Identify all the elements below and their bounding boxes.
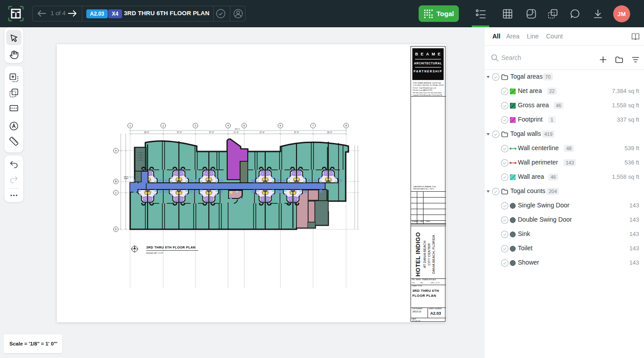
svg-text:37'-0": 37'-0" bbox=[294, 131, 299, 134]
svg-text:C: C bbox=[115, 191, 117, 194]
svg-text:B: B bbox=[115, 180, 117, 183]
svg-text:D: D bbox=[115, 228, 117, 231]
svg-text:SHAFT: SHAFT bbox=[124, 178, 129, 180]
svg-text:SCALE 1/8" = 1'-0": SCALE 1/8" = 1'-0" bbox=[146, 252, 163, 254]
svg-text:27'-0": 27'-0" bbox=[259, 131, 265, 134]
svg-text:3RD THRU 6TH FLOOR PLAN: 3RD THRU 6TH FLOOR PLAN bbox=[146, 245, 195, 249]
svg-text:37'-0": 37'-0" bbox=[209, 131, 214, 134]
svg-text:17'-0": 17'-0" bbox=[233, 131, 239, 134]
svg-text:A: A bbox=[115, 149, 117, 152]
svg-text:37'-0": 37'-0" bbox=[177, 131, 182, 134]
svg-text:36'-0": 36'-0" bbox=[327, 131, 332, 134]
svg-text:36'-0": 36'-0" bbox=[144, 131, 149, 134]
svg-text:360'-0": 360'-0" bbox=[235, 128, 241, 130]
